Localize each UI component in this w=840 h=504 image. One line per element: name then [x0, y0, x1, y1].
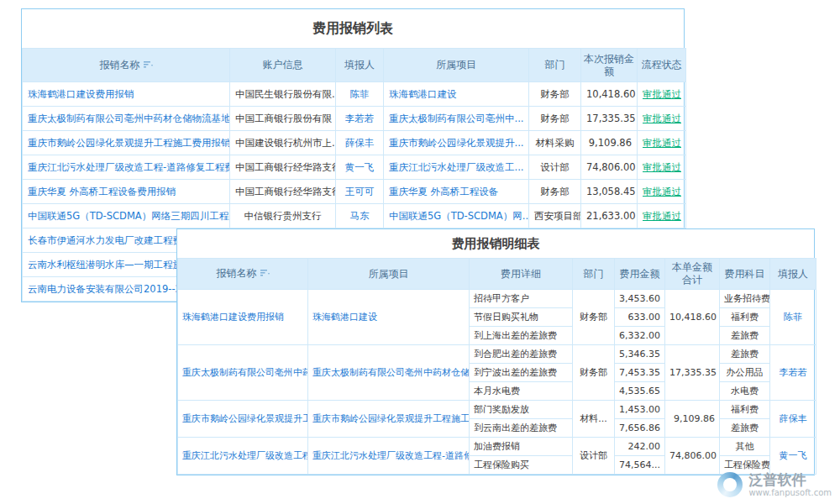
- detail-department: 材料...: [573, 401, 615, 438]
- expense-subject: 办公用品: [720, 364, 770, 382]
- detail-reimburse-name-link[interactable]: 珠海鹤港口建设费用报销: [178, 290, 308, 345]
- total-amount: 74,806.00: [665, 438, 720, 475]
- expense-detail-item: 到宁波出差的差旅费: [470, 364, 573, 382]
- list-column-header-4[interactable]: 所属项目: [384, 49, 529, 82]
- expense-detail-item: 本月水电费: [470, 382, 573, 401]
- detail-project-link[interactable]: 重庆江北污水处理厂级改造工程-道路修复工: [308, 438, 470, 475]
- detail-filler-link[interactable]: 陈菲: [770, 290, 816, 345]
- department: 材料采购: [529, 131, 581, 155]
- expense-amount: 242.00: [615, 438, 665, 456]
- expense-amount: 6,332.00: [615, 327, 665, 345]
- expense-detail-item: 加油费报销: [470, 438, 573, 456]
- department: 财务部: [529, 180, 581, 204]
- expense-detail-item: 节假日购买礼物: [470, 308, 573, 327]
- detail-column-header-1[interactable]: 报销名称: [178, 259, 308, 290]
- sort-icon[interactable]: [260, 268, 270, 281]
- detail-column-header-3[interactable]: 费用详细: [470, 259, 573, 290]
- reimburse-name-link[interactable]: 重庆太极制药有限公司亳州中药材仓储物流基地项...: [23, 107, 230, 131]
- detail-filler-link[interactable]: 李若若: [770, 345, 816, 401]
- expense-detail-item: 到合肥出差的差旅费: [470, 345, 573, 364]
- reimburse-amount: 17,335.35: [581, 107, 638, 131]
- total-amount: 10,418.60: [665, 290, 720, 345]
- filler-link[interactable]: 薛保丰: [336, 131, 384, 155]
- fanpu-logo: 泛普软件 www.fanpusoft.com: [717, 472, 832, 497]
- detail-filler-link[interactable]: 薛保丰: [770, 401, 816, 438]
- department: 财务部: [529, 82, 581, 107]
- detail-column-header-5[interactable]: 费用金额: [615, 259, 665, 290]
- expense-detail-header-row: 报销名称所属项目费用详细部门费用金额本单金额合计费用科目填报人: [178, 259, 816, 290]
- detail-filler-link[interactable]: 黄一飞: [770, 438, 816, 475]
- expense-amount: 3,453.60: [615, 290, 665, 308]
- project-link[interactable]: 珠海鹤港口建设: [384, 82, 529, 107]
- expense-detail-item: 招待甲方客户: [470, 290, 573, 308]
- status-link[interactable]: 审批通过: [638, 82, 686, 107]
- account-info: 中国建设银行杭州市上...: [230, 131, 336, 155]
- list-column-header-3[interactable]: 填报人: [336, 49, 384, 82]
- reimburse-name-link[interactable]: 重庆华夏 外高桥工程设备费用报销: [23, 180, 230, 204]
- department: 财务部: [529, 107, 581, 131]
- detail-project-link[interactable]: 重庆市鹅岭公园绿化景观提升工程施工: [308, 401, 470, 438]
- total-amount: 9,109.86: [665, 401, 720, 438]
- filler-link[interactable]: 陈菲: [336, 82, 384, 107]
- detail-column-header-4[interactable]: 部门: [573, 259, 615, 290]
- detail-reimburse-name-link[interactable]: 重庆市鹅岭公园绿化景观提升工程: [178, 401, 308, 438]
- detail-column-header-7[interactable]: 费用科目: [720, 259, 770, 290]
- project-link[interactable]: 重庆江北污水处理厂级改造工...: [384, 155, 529, 180]
- status-link[interactable]: 审批通过: [638, 155, 686, 180]
- list-row: 珠海鹤港口建设费用报销中国民生银行股份有限...陈菲珠海鹤港口建设财务部10,4…: [23, 82, 686, 107]
- expense-subject: 差旅费: [720, 327, 770, 345]
- project-link[interactable]: 重庆太极制药有限公司亳州中...: [384, 107, 529, 131]
- expense-subject: 福利费: [720, 308, 770, 327]
- expense-list-title: 费用报销列表: [22, 9, 684, 48]
- status-link[interactable]: 审批通过: [638, 204, 686, 228]
- filler-link[interactable]: 王可可: [336, 180, 384, 204]
- detail-column-header-6[interactable]: 本单金额合计: [665, 259, 720, 290]
- list-column-header-7[interactable]: 流程状态: [638, 49, 686, 82]
- list-column-header-6[interactable]: 本次报销金额: [581, 49, 638, 82]
- list-column-header-1[interactable]: 报销名称: [23, 49, 230, 82]
- detail-row: 珠海鹤港口建设费用报销珠海鹤港口建设招待甲方客户财务部3,453.6010,41…: [178, 290, 816, 308]
- expense-subject: 业务招待费: [720, 290, 770, 308]
- list-row: 重庆江北污水处理厂级改造工程-道路修复工程费用...中国工商银行经华路支行黄一飞…: [23, 155, 686, 180]
- reimburse-name-link[interactable]: 重庆江北污水处理厂级改造工程-道路修复工程费用...: [23, 155, 230, 180]
- list-row: 中国联通5G（TD-SCDMA）网络三期四川工程费...中信银行贵州支行马东中国…: [23, 204, 686, 228]
- sort-icon[interactable]: [144, 60, 153, 72]
- project-link[interactable]: 中国联通5G（TD-SCDMA）网...: [384, 204, 529, 228]
- filler-link[interactable]: 黄一飞: [336, 155, 384, 180]
- filler-link[interactable]: 马东: [336, 204, 384, 228]
- status-link[interactable]: 审批通过: [638, 131, 686, 155]
- expense-detail-table: 报销名称所属项目费用详细部门费用金额本单金额合计费用科目填报人 珠海鹤港口建设费…: [177, 258, 816, 475]
- expense-detail-item: 部门奖励发放: [470, 401, 573, 419]
- list-column-header-5[interactable]: 部门: [529, 49, 581, 82]
- department: 西安项目部: [529, 204, 581, 228]
- status-link[interactable]: 审批通过: [638, 107, 686, 131]
- reimburse-name-link[interactable]: 珠海鹤港口建设费用报销: [23, 82, 230, 107]
- project-link[interactable]: 重庆市鹅岭公园绿化景观提升...: [384, 131, 529, 155]
- detail-row: 重庆太极制药有限公司亳州中药材重庆太极制药有限公司亳州中药材仓储物流到合肥出差的…: [178, 345, 816, 364]
- reimburse-amount: 9,109.86: [581, 131, 638, 155]
- account-info: 中国民生银行股份有限...: [230, 82, 336, 107]
- fanpu-logo-icon: [717, 472, 743, 497]
- project-link[interactable]: 重庆华夏 外高桥工程设备: [384, 180, 529, 204]
- reimburse-name-link[interactable]: 中国联通5G（TD-SCDMA）网络三期四川工程费...: [23, 204, 230, 228]
- detail-project-link[interactable]: 珠海鹤港口建设: [308, 290, 470, 345]
- detail-column-header-8[interactable]: 填报人: [770, 259, 816, 290]
- detail-department: 财务部: [573, 290, 615, 345]
- detail-reimburse-name-link[interactable]: 重庆太极制药有限公司亳州中药材: [178, 345, 308, 401]
- filler-link[interactable]: 李若若: [336, 107, 384, 131]
- reimburse-amount: 13,058.45: [581, 180, 638, 204]
- expense-amount: 74,564...: [615, 456, 665, 475]
- expense-detail-item: 到上海出差的差旅费: [470, 327, 573, 345]
- status-link[interactable]: 审批通过: [638, 180, 686, 204]
- expense-detail-item: 到云南出差的差旅费: [470, 419, 573, 438]
- expense-list-header-row: 报销名称账户信息填报人所属项目部门本次报销金额流程状态: [23, 49, 686, 82]
- detail-row: 重庆市鹅岭公园绿化景观提升工程重庆市鹅岭公园绿化景观提升工程施工部门奖励发放材料…: [178, 401, 816, 419]
- account-info: 中国工商银行股份有限: [230, 107, 336, 131]
- detail-reimburse-name-link[interactable]: 重庆江北污水处理厂级改造工程-: [178, 438, 308, 475]
- detail-column-header-2[interactable]: 所属项目: [308, 259, 470, 290]
- reimburse-name-link[interactable]: 重庆市鹅岭公园绿化景观提升工程施工费用报销: [23, 131, 230, 155]
- list-column-header-2[interactable]: 账户信息: [230, 49, 336, 82]
- account-info: 中国工商银行经华路支行: [230, 180, 336, 204]
- detail-project-link[interactable]: 重庆太极制药有限公司亳州中药材仓储物流: [308, 345, 470, 401]
- account-info: 中国工商银行经华路支行: [230, 155, 336, 180]
